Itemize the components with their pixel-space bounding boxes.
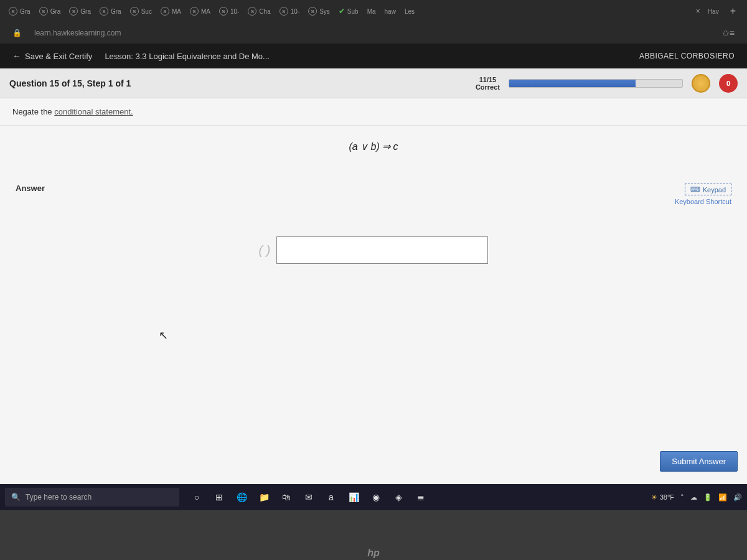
- browser-tab[interactable]: SGra: [65, 4, 95, 18]
- explorer-icon[interactable]: 📁: [255, 488, 273, 506]
- answer-input[interactable]: [276, 236, 488, 264]
- tab-label: Gra: [50, 8, 61, 15]
- close-icon[interactable]: ×: [693, 7, 703, 16]
- windows-taskbar: 🔍 Type here to search ○ ⊞ 🌐 📁 🛍 ✉ a 📊 ◉ …: [0, 484, 747, 510]
- save-exit-label: Save & Exit Certify: [25, 52, 92, 61]
- tray-chevron-icon[interactable]: ˄: [680, 493, 684, 502]
- volume-icon[interactable]: 🔊: [733, 493, 742, 502]
- s-icon: S: [219, 7, 228, 16]
- tab-label: 10-: [230, 8, 239, 15]
- s-icon: S: [161, 7, 169, 16]
- progress-bar-row: Question 15 of 15, Step 1 of 1 11/15 Cor…: [0, 68, 747, 98]
- search-placeholder: Type here to search: [26, 493, 92, 502]
- address-bar: 🔒 learn.hawkeslearning.com ✩≡: [0, 22, 747, 44]
- support-icon[interactable]: ◉: [367, 488, 385, 506]
- tab-label: Ma: [367, 8, 376, 15]
- tab-label: Gra: [111, 8, 121, 15]
- cloud-icon[interactable]: ☁: [690, 493, 697, 502]
- back-arrow-icon: ←: [12, 51, 21, 61]
- cortana-icon[interactable]: ○: [188, 488, 205, 506]
- coin-icon[interactable]: [692, 74, 710, 93]
- sun-icon: ☀: [651, 493, 657, 502]
- battery-icon[interactable]: 🔋: [703, 493, 712, 502]
- browser-tab[interactable]: haw: [381, 6, 400, 17]
- progress-track: [509, 79, 683, 88]
- browser-tab[interactable]: ✔Sub: [335, 4, 362, 18]
- lock-icon[interactable]: 🔒: [12, 29, 22, 37]
- task-view-icon[interactable]: ⊞: [210, 488, 228, 506]
- store-icon[interactable]: 🛍: [278, 488, 295, 506]
- tab-label: Suc: [141, 8, 152, 15]
- browser-tab[interactable]: Hav: [704, 6, 723, 17]
- browser-tab[interactable]: SGra: [96, 4, 125, 18]
- browser-tab[interactable]: SMA: [186, 4, 214, 18]
- weather-widget[interactable]: ☀ 38°F: [651, 493, 674, 502]
- wifi-icon[interactable]: 📶: [718, 493, 727, 502]
- browser-tab[interactable]: SGra: [35, 4, 65, 18]
- s-icon: S: [308, 7, 317, 16]
- browser-tab-strip: SGra SGra SGra SGra SSuc SMA SMA S10- SC…: [0, 0, 747, 22]
- browser-tab[interactable]: S10-: [215, 4, 243, 18]
- answer-label: Answer: [16, 184, 45, 193]
- question-prompt: Negate the conditional statement.: [0, 98, 747, 126]
- browser-tab[interactable]: SSys: [304, 4, 334, 18]
- browser-tab[interactable]: SSuc: [126, 4, 156, 18]
- tab-label: Gra: [80, 8, 91, 15]
- tab-label: Sub: [347, 8, 359, 15]
- s-icon: S: [280, 7, 288, 16]
- taskbar-search[interactable]: 🔍 Type here to search: [5, 488, 179, 506]
- s-icon: S: [190, 7, 199, 16]
- heart-icon[interactable]: 0: [719, 74, 738, 93]
- keypad-label: Keypad: [703, 186, 726, 194]
- tab-label: Les: [405, 8, 415, 15]
- s-icon: S: [9, 7, 17, 16]
- browser-tab[interactable]: SMA: [157, 4, 185, 18]
- lesson-title: Lesson: 3.3 Logical Equivalence and De M…: [105, 52, 270, 61]
- question-counter: Question 15 of 15, Step 1 of 1: [9, 78, 131, 88]
- tab-label: haw: [385, 8, 396, 15]
- app-icon[interactable]: 📊: [345, 488, 362, 506]
- browser-tab[interactable]: S10-: [276, 4, 303, 18]
- hp-logo: hp: [367, 548, 380, 559]
- search-icon: 🔍: [11, 493, 21, 502]
- correct-fraction: 11/15: [476, 76, 500, 83]
- save-exit-button[interactable]: ← Save & Exit Certify: [12, 51, 92, 61]
- browser-tab[interactable]: SGra: [5, 4, 34, 18]
- tab-label: MA: [201, 8, 210, 15]
- tab-label: Hav: [708, 8, 719, 15]
- keypad-button[interactable]: ⌨ Keypad: [685, 184, 731, 195]
- progress-fill: [509, 80, 636, 87]
- submit-answer-button[interactable]: Submit Answer: [660, 451, 738, 472]
- spotify-icon[interactable]: ≣: [412, 488, 430, 506]
- prompt-text: Negate the: [12, 107, 54, 116]
- user-name: ABBIGAEL CORBOSIERO: [639, 52, 735, 60]
- s-icon: S: [130, 7, 139, 16]
- s-icon: S: [39, 7, 48, 16]
- keyboard-shortcut-link[interactable]: Keyboard Shortcut: [675, 198, 731, 205]
- browser-tab[interactable]: Les: [401, 6, 418, 17]
- favorite-icon[interactable]: ✩≡: [722, 28, 735, 38]
- paren-hint-icon: ( ): [259, 243, 271, 258]
- heart-value: 0: [726, 80, 730, 87]
- new-tab-button[interactable]: +: [724, 6, 742, 17]
- prompt-term-link[interactable]: conditional statement.: [54, 107, 133, 116]
- browser-tab[interactable]: SCha: [244, 4, 274, 18]
- tab-label: Cha: [259, 8, 270, 15]
- app-icon-2[interactable]: ◈: [390, 488, 407, 506]
- s-icon: S: [100, 7, 108, 16]
- formula-display: (a ∨ b) ⇒ c: [0, 126, 747, 177]
- amazon-icon[interactable]: a: [322, 488, 340, 506]
- browser-tab[interactable]: Ma: [364, 6, 380, 17]
- tab-label: MA: [172, 8, 181, 15]
- url-text[interactable]: learn.hawkeslearning.com: [34, 29, 121, 37]
- tab-label: Gra: [20, 8, 31, 15]
- correct-label: Correct: [476, 83, 500, 91]
- temperature: 38°F: [660, 493, 674, 501]
- lesson-header: ← Save & Exit Certify Lesson: 3.3 Logica…: [0, 44, 747, 68]
- check-icon: ✔: [339, 7, 345, 16]
- tab-label: Sys: [319, 8, 330, 15]
- cursor-icon: ↖: [159, 329, 168, 342]
- mail-icon[interactable]: ✉: [300, 488, 317, 506]
- correct-counter: 11/15 Correct: [476, 76, 500, 91]
- edge-icon[interactable]: 🌐: [233, 488, 250, 506]
